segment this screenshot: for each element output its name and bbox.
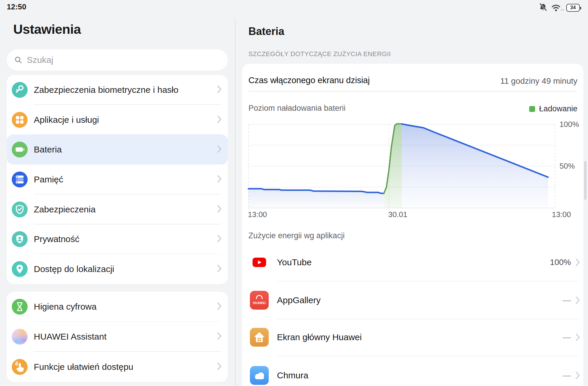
app-usage-row-appgallery[interactable]: HUAWEIAppGallery— — [242, 281, 583, 319]
sidebar-item-storage[interactable]: Pamięć — [7, 165, 228, 194]
chevron-right-icon — [217, 235, 221, 242]
app-usage-value: — — [563, 296, 571, 305]
app-name: YouTube — [277, 257, 312, 267]
sidebar-item-label: Pamięć — [34, 174, 63, 184]
svg-text:HUAWEI: HUAWEI — [253, 301, 266, 305]
notifications-off-icon — [539, 3, 547, 13]
battery-level-chart: 100% 50% 13:00 30.01 13:00 — [242, 119, 583, 222]
search-icon — [14, 56, 22, 64]
chevron-right-icon — [576, 372, 580, 379]
page-title: Bateria — [248, 25, 284, 38]
screen-time-value: 11 godziny 49 minuty — [500, 76, 577, 86]
location-icon — [12, 261, 28, 277]
sidebar-item-label: Prywatność — [34, 234, 79, 244]
sidebar-item-label: Higiena cyfrowa — [34, 302, 96, 312]
sidebar-item-privacy[interactable]: Prywatność — [7, 224, 228, 254]
x-tick-end: 13:00 — [552, 210, 571, 219]
x-tick-midnight: 30.01 — [388, 210, 407, 219]
y-tick-50: 50% — [559, 162, 575, 170]
chart-legend: Ładowanie — [529, 104, 577, 113]
app-name: Ekran główny Huawei — [277, 332, 362, 342]
app-name: AppGallery — [277, 295, 320, 305]
sidebar-item-label: Bateria — [34, 145, 62, 155]
sidebar-item-accessibility[interactable]: Funkcje ułatwień dostępu — [7, 352, 228, 382]
search-placeholder: Szukaj — [27, 55, 53, 65]
sidebar-title: Ustawienia — [13, 22, 81, 37]
battery-percent: 34 — [570, 5, 576, 11]
divider — [248, 91, 577, 92]
cloud-icon — [250, 366, 269, 385]
youtube-icon — [250, 253, 269, 272]
settings-app-screen: 12:50 34 — [0, 0, 588, 386]
panel-divider — [235, 18, 235, 386]
chevron-right-icon — [217, 332, 221, 340]
battery-details-card: Czas włączonego ekranu dzisiaj 11 godzin… — [242, 64, 583, 386]
chevron-right-icon — [217, 205, 221, 213]
sidebar-item-label: Dostęp do lokalizacji — [34, 264, 114, 274]
battery-icon — [12, 142, 28, 157]
app-usage-row-chmura[interactable]: Chmura— — [242, 356, 583, 386]
huawei-home-icon — [250, 328, 269, 347]
appgallery-icon: HUAWEI — [250, 291, 269, 310]
chevron-right-icon — [217, 302, 221, 310]
chevron-right-icon — [576, 333, 580, 341]
chevron-right-icon — [217, 265, 221, 272]
hourglass-icon — [12, 299, 28, 315]
sidebar-item-digital-balance[interactable]: Higiena cyfrowa — [7, 292, 228, 322]
battery-status-icon: 34 — [566, 4, 580, 12]
y-tick-100: 100% — [559, 120, 579, 129]
sidebar-item-battery[interactable]: Bateria — [7, 135, 228, 165]
section-header: SZCZEGÓŁY DOTYCZĄCE ZUŻYCIA ENERGII — [248, 50, 391, 58]
sidebar-item-huawei-assistant[interactable]: HUAWEI Assistant — [7, 322, 228, 352]
status-time: 12:50 — [7, 2, 26, 11]
usage-by-app-header: Zużycie energii wg aplikacji — [248, 231, 345, 240]
storage-icon — [12, 172, 28, 187]
chevron-right-icon — [217, 175, 221, 183]
battery-level-label: Poziom naładowania baterii — [248, 104, 345, 113]
app-usage-value: — — [563, 371, 571, 380]
status-icons: 34 — [539, 2, 580, 13]
sidebar-group-extra: Higiena cyfrowaHUAWEI AssistantFunkcje u… — [7, 292, 228, 382]
sidebar-group-main: Zabezpieczenia biometryczne i hasłoAplik… — [7, 75, 228, 284]
sidebar-item-apps-services[interactable]: Aplikacje i usługi — [7, 105, 228, 135]
assistant-icon — [12, 329, 28, 345]
x-tick-start: 13:00 — [248, 210, 267, 219]
sidebar-item-security[interactable]: Zabezpieczenia — [7, 194, 228, 224]
app-name: Chmura — [277, 370, 308, 380]
wifi-plus-icon — [560, 8, 564, 11]
chevron-right-icon — [576, 296, 580, 304]
chevron-right-icon — [217, 145, 221, 153]
sidebar-item-label: Aplikacje i usługi — [34, 115, 99, 125]
chevron-right-icon — [576, 259, 580, 266]
charging-legend-label: Ładowanie — [539, 104, 577, 113]
search-input[interactable]: Szukaj — [7, 49, 228, 71]
sidebar-item-biometrics[interactable]: Zabezpieczenia biometryczne i hasło — [7, 75, 228, 105]
sidebar-item-label: Zabezpieczenia biometryczne i hasło — [34, 85, 178, 95]
wifi-icon — [551, 4, 561, 12]
sidebar-item-location[interactable]: Dostęp do lokalizacji — [7, 254, 228, 284]
app-usage-value: 100% — [550, 258, 571, 267]
touch-icon — [12, 359, 28, 375]
chevron-right-icon — [217, 362, 221, 370]
sidebar-item-label: Funkcje ułatwień dostępu — [34, 362, 133, 372]
apps-icon — [12, 112, 28, 128]
screen-time-label: Czas włączonego ekranu dzisiaj — [248, 75, 370, 85]
app-usage-row-youtube[interactable]: YouTube100% — [242, 243, 583, 281]
sidebar-item-label: Zabezpieczenia — [34, 204, 96, 214]
chevron-right-icon — [217, 85, 221, 93]
scrollbar[interactable] — [584, 161, 587, 200]
shield-user-icon — [12, 231, 28, 247]
app-usage-row-ekran-g-wny-huawei[interactable]: Ekran główny Huawei— — [242, 318, 583, 356]
key-icon — [12, 82, 28, 98]
shield-check-icon — [12, 202, 28, 217]
app-usage-value: — — [563, 333, 571, 342]
chevron-right-icon — [217, 115, 221, 123]
sidebar-item-label: HUAWEI Assistant — [34, 332, 106, 342]
charging-legend-swatch — [529, 106, 535, 112]
